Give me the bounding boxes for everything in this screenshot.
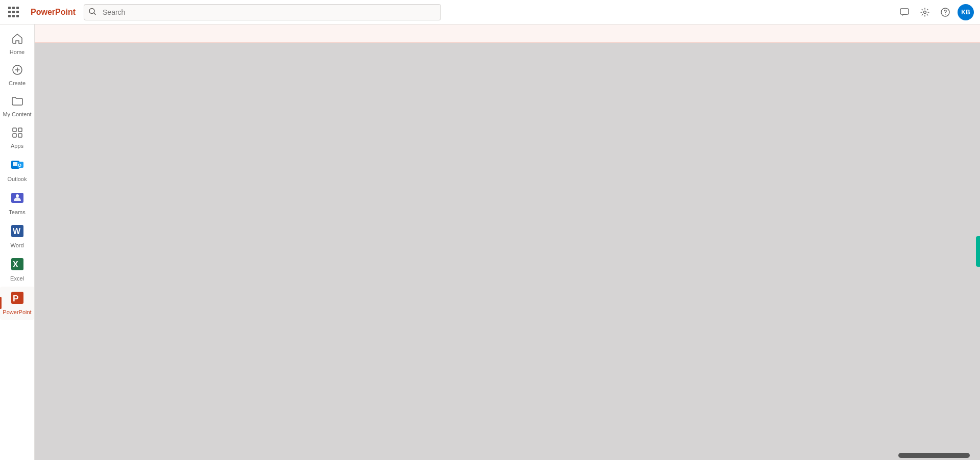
- sidebar-item-home-label: Home: [10, 49, 24, 56]
- svg-rect-12: [18, 134, 22, 137]
- search-icon: [89, 8, 96, 16]
- horizontal-scrollbar[interactable]: [898, 453, 970, 458]
- waffle-menu-button[interactable]: [6, 5, 20, 19]
- excel-icon: X: [10, 257, 24, 273]
- word-icon: W: [10, 224, 24, 240]
- sidebar-item-outlook[interactable]: O Outlook: [0, 154, 34, 187]
- folder-icon: [11, 95, 23, 109]
- outlook-icon: O: [10, 158, 24, 174]
- main-layout: ▲ Home Create: [0, 24, 980, 460]
- svg-rect-11: [13, 134, 16, 137]
- avatar-initials: KB: [961, 9, 970, 16]
- main-content: [35, 43, 980, 460]
- svg-text:X: X: [13, 260, 18, 269]
- svg-rect-2: [900, 9, 909, 14]
- right-edge-tab[interactable]: [976, 236, 980, 267]
- powerpoint-icon: P: [10, 291, 24, 307]
- teams-icon: [10, 191, 24, 207]
- sidebar: ▲ Home Create: [0, 24, 35, 460]
- sidebar-item-excel[interactable]: X Excel: [0, 253, 34, 286]
- apps-icon: [11, 126, 23, 141]
- user-avatar-button[interactable]: KB: [958, 4, 974, 20]
- sidebar-item-powerpoint-label: PowerPoint: [3, 309, 31, 316]
- search-input[interactable]: [84, 4, 441, 20]
- feedback-button[interactable]: [896, 4, 913, 20]
- sidebar-item-excel-label: Excel: [10, 275, 24, 282]
- home-icon: [11, 33, 23, 47]
- svg-point-18: [16, 194, 19, 197]
- sidebar-item-my-content[interactable]: My Content: [0, 91, 34, 122]
- sidebar-item-word[interactable]: W Word: [0, 220, 34, 253]
- svg-text:W: W: [13, 227, 21, 236]
- settings-button[interactable]: [917, 4, 933, 20]
- svg-rect-14: [13, 162, 18, 166]
- svg-point-3: [924, 11, 926, 13]
- search-bar: [84, 4, 441, 20]
- sidebar-item-my-content-label: My Content: [3, 111, 31, 118]
- sidebar-item-create-label: Create: [9, 80, 26, 87]
- svg-text:O: O: [18, 163, 21, 168]
- svg-line-1: [94, 13, 95, 14]
- sidebar-item-teams-label: Teams: [9, 209, 25, 216]
- notification-bar: [35, 24, 980, 43]
- sidebar-item-teams[interactable]: Teams: [0, 187, 34, 220]
- svg-rect-10: [18, 128, 22, 132]
- svg-rect-9: [13, 128, 16, 132]
- sidebar-item-create[interactable]: Create: [0, 60, 34, 91]
- sidebar-item-apps[interactable]: Apps: [0, 122, 34, 154]
- svg-text:P: P: [13, 294, 18, 303]
- sidebar-item-powerpoint[interactable]: P PowerPoint: [0, 287, 34, 320]
- header: PowerPoint: [0, 0, 980, 24]
- content-area: [35, 24, 980, 460]
- app-title: PowerPoint: [31, 8, 76, 17]
- svg-point-5: [945, 14, 946, 15]
- header-actions: KB: [896, 4, 974, 20]
- create-icon: [11, 64, 23, 78]
- sidebar-item-apps-label: Apps: [11, 143, 23, 149]
- sidebar-item-outlook-label: Outlook: [8, 176, 27, 183]
- sidebar-item-word-label: Word: [10, 242, 23, 249]
- help-button[interactable]: [937, 4, 953, 20]
- sidebar-item-home[interactable]: Home: [0, 29, 34, 60]
